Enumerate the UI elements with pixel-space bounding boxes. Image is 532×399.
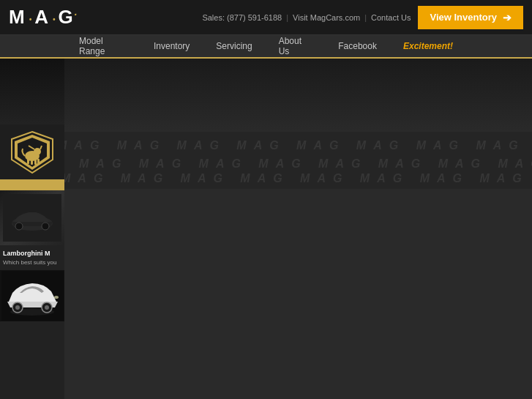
sidebar-hero — [0, 59, 64, 124]
svg-rect-7 — [27, 159, 29, 164]
sidebar-car-title: Lamborghini M — [3, 250, 61, 257]
sidebar: Lamborghini M Which best suits you — [0, 59, 64, 399]
sidebar-car-subtitle: Which best suits you — [3, 259, 61, 266]
nav-model-range[interactable]: Model Range — [66, 34, 141, 58]
svg-point-14 — [42, 223, 49, 230]
watermark-row-1: MAG MAG MAG MAG MAG MAG MAG MAG MAG MAG … — [64, 139, 532, 152]
sidebar-car-thumbnail[interactable] — [0, 190, 64, 245]
svg-rect-8 — [31, 160, 33, 165]
hero-dark-area — [64, 59, 532, 132]
view-inventory-label: View Inventory — [430, 12, 497, 23]
sales-phone[interactable]: Sales: (877) 591-6188 — [202, 13, 282, 22]
content-area — [64, 189, 532, 399]
main-content: Lamborghini M Which best suits you — [0, 59, 532, 399]
car-dark-thumb-icon — [3, 194, 61, 242]
arrow-right-icon: ➔ — [503, 12, 512, 23]
svg-point-18 — [15, 305, 20, 310]
nav-inventory[interactable]: Inventory — [141, 34, 203, 58]
header-links: Sales: (877) 591-6188 | Visit MagCars.co… — [202, 13, 411, 22]
page-header: M•A•G. Sales: (877) 591-6188 | Visit Mag… — [0, 0, 532, 35]
gold-accent-bar — [0, 182, 64, 190]
nav-excitement[interactable]: Excitement! — [390, 34, 466, 58]
sep2: | — [364, 13, 367, 22]
svg-point-21 — [54, 296, 59, 299]
lamborghini-emblem — [10, 130, 54, 174]
svg-rect-9 — [34, 160, 37, 165]
nav-facebook[interactable]: Facebook — [325, 34, 390, 58]
svg-rect-10 — [37, 159, 40, 164]
contact-us-link[interactable]: Contact Us — [371, 13, 411, 22]
white-car-icon — [1, 271, 64, 321]
visit-magcars-link[interactable]: Visit MagCars.com — [293, 13, 360, 22]
svg-point-20 — [45, 305, 49, 310]
lamborghini-logo-box — [0, 124, 64, 182]
watermark-row-3: MAG MAG MAG MAG MAG MAG MAG MAG MAG MAG … — [64, 172, 532, 185]
nav-about-us[interactable]: About Us — [266, 34, 326, 58]
logo-area: M•A•G. — [9, 6, 80, 29]
sidebar-car-thumbnail-2[interactable] — [0, 270, 64, 321]
svg-point-13 — [15, 223, 23, 230]
navigation-bar: Model Range Inventory Servicing About Us… — [0, 35, 532, 59]
view-inventory-button[interactable]: View Inventory ➔ — [418, 6, 523, 29]
watermark-area: MAG MAG MAG MAG MAG MAG MAG MAG MAG MAG … — [64, 132, 532, 189]
sidebar-text-area: Lamborghini M Which best suits you — [0, 245, 64, 270]
header-right: Sales: (877) 591-6188 | Visit MagCars.co… — [202, 6, 523, 29]
watermark-row-2: MAG MAG MAG MAG MAG MAG MAG MAG MAG MAG … — [79, 157, 532, 171]
nav-servicing[interactable]: Servicing — [203, 34, 265, 58]
main-area: MAG MAG MAG MAG MAG MAG MAG MAG MAG MAG … — [64, 59, 532, 399]
sep1: | — [286, 13, 288, 22]
logo: M•A•G. — [9, 6, 80, 29]
